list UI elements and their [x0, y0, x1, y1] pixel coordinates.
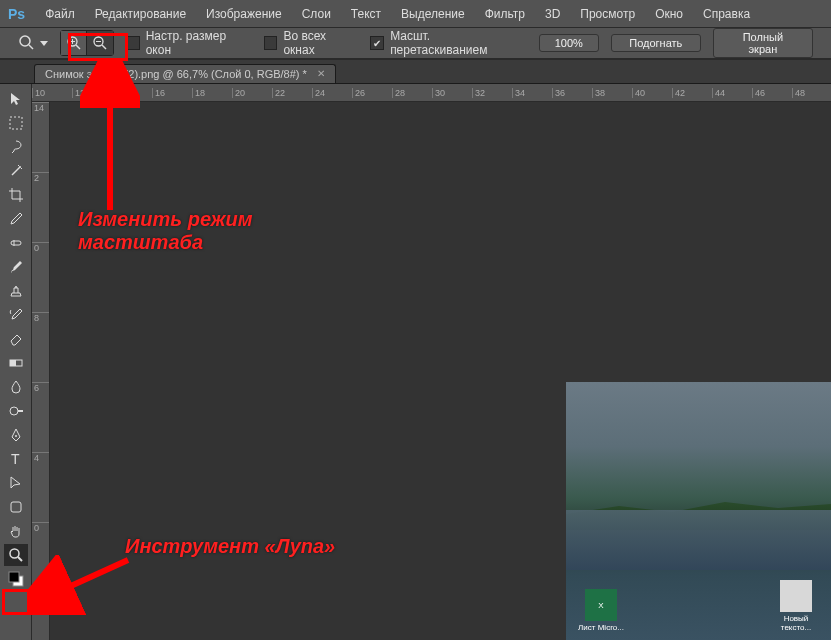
svg-line-15 — [21, 168, 22, 169]
document-tab-title: Снимок экрана (2).png @ 66,7% (Слой 0, R… — [45, 68, 307, 80]
menu-text[interactable]: Текст — [345, 5, 387, 23]
zoom-percent-button[interactable]: 100% — [539, 34, 599, 52]
hand-tool[interactable] — [4, 520, 28, 542]
svg-rect-19 — [10, 360, 16, 366]
svg-marker-24 — [11, 477, 20, 488]
menu-filter[interactable]: Фильтр — [479, 5, 531, 23]
gradient-tool[interactable] — [4, 352, 28, 374]
type-tool[interactable]: T — [4, 448, 28, 470]
zoom-tool[interactable] — [4, 544, 28, 566]
scrub-zoom-checkbox[interactable]: Масшт. перетаскиванием — [370, 29, 526, 57]
scrub-zoom-label: Масшт. перетаскиванием — [390, 29, 527, 57]
lasso-tool[interactable] — [4, 136, 28, 158]
menu-file[interactable]: Файл — [39, 5, 81, 23]
zoom-out-mode-button[interactable] — [87, 31, 113, 55]
healing-brush-tool[interactable] — [4, 232, 28, 254]
eyedropper-tool[interactable] — [4, 208, 28, 230]
svg-point-13 — [19, 166, 21, 168]
options-bar: Настр. размер окон Во всех окнах Масшт. … — [0, 28, 831, 60]
svg-rect-29 — [9, 572, 19, 582]
svg-point-20 — [10, 407, 18, 415]
svg-point-26 — [10, 549, 19, 558]
menu-select[interactable]: Выделение — [395, 5, 471, 23]
svg-rect-11 — [10, 117, 22, 129]
eraser-tool[interactable] — [4, 328, 28, 350]
menu-bar: Ps Файл Редактирование Изображение Слои … — [0, 0, 831, 28]
document-tab-strip: Снимок экрана (2).png @ 66,7% (Слой 0, R… — [0, 60, 831, 84]
history-brush-tool[interactable] — [4, 304, 28, 326]
menu-3d[interactable]: 3D — [539, 5, 566, 23]
all-windows-label: Во всех окнах — [283, 29, 358, 57]
menu-layers[interactable]: Слои — [296, 5, 337, 23]
menu-image[interactable]: Изображение — [200, 5, 288, 23]
clone-stamp-tool[interactable] — [4, 280, 28, 302]
menu-window[interactable]: Окно — [649, 5, 689, 23]
desktop-text-icon: Новый тексто... — [771, 580, 821, 632]
annotation-zoom-mode: Изменить режим мастштаба — [78, 208, 258, 254]
tools-panel: T — [0, 84, 32, 640]
svg-line-27 — [18, 557, 22, 561]
annotation-zoom-tool: Инструмент «Лупа» — [125, 535, 335, 558]
resize-windows-checkbox[interactable]: Настр. размер окон — [126, 29, 252, 57]
menu-view[interactable]: Просмотр — [574, 5, 641, 23]
svg-line-14 — [18, 165, 19, 166]
magic-wand-tool[interactable] — [4, 160, 28, 182]
dodge-tool[interactable] — [4, 400, 28, 422]
svg-point-22 — [15, 435, 17, 437]
fullscreen-button[interactable]: Полный экран — [713, 28, 813, 58]
blur-tool[interactable] — [4, 376, 28, 398]
svg-text:T: T — [11, 451, 20, 467]
close-tab-icon[interactable]: ✕ — [317, 68, 325, 80]
path-selection-tool[interactable] — [4, 472, 28, 494]
tool-preset-picker[interactable] — [18, 34, 48, 52]
desktop-excel-icon: XЛист Micro... — [576, 589, 626, 632]
brush-tool[interactable] — [4, 256, 28, 278]
svg-rect-16 — [11, 241, 21, 245]
document-tab[interactable]: Снимок экрана (2).png @ 66,7% (Слой 0, R… — [34, 64, 336, 83]
svg-line-1 — [29, 45, 33, 49]
pen-tool[interactable] — [4, 424, 28, 446]
document-image: XЛист Micro... Новый тексто... — [566, 382, 831, 640]
zoom-mode-group — [60, 30, 114, 56]
foreground-background-color[interactable] — [4, 568, 28, 590]
ps-logo: Ps — [8, 6, 25, 22]
svg-line-8 — [102, 45, 106, 49]
fit-button[interactable]: Подогнать — [611, 34, 701, 52]
move-tool[interactable] — [4, 88, 28, 110]
svg-rect-25 — [11, 502, 21, 512]
svg-line-12 — [12, 167, 20, 175]
shape-tool[interactable] — [4, 496, 28, 518]
zoom-in-mode-button[interactable] — [61, 31, 87, 55]
marquee-tool[interactable] — [4, 112, 28, 134]
svg-point-0 — [20, 36, 30, 46]
svg-line-4 — [76, 45, 80, 49]
canvas-area[interactable]: XЛист Micro... Новый тексто... — [50, 102, 831, 640]
svg-marker-10 — [11, 93, 20, 105]
crop-tool[interactable] — [4, 184, 28, 206]
svg-marker-2 — [40, 41, 48, 46]
menu-help[interactable]: Справка — [697, 5, 756, 23]
resize-windows-label: Настр. размер окон — [146, 29, 252, 57]
menu-edit[interactable]: Редактирование — [89, 5, 192, 23]
all-windows-checkbox[interactable]: Во всех окнах — [264, 29, 359, 57]
